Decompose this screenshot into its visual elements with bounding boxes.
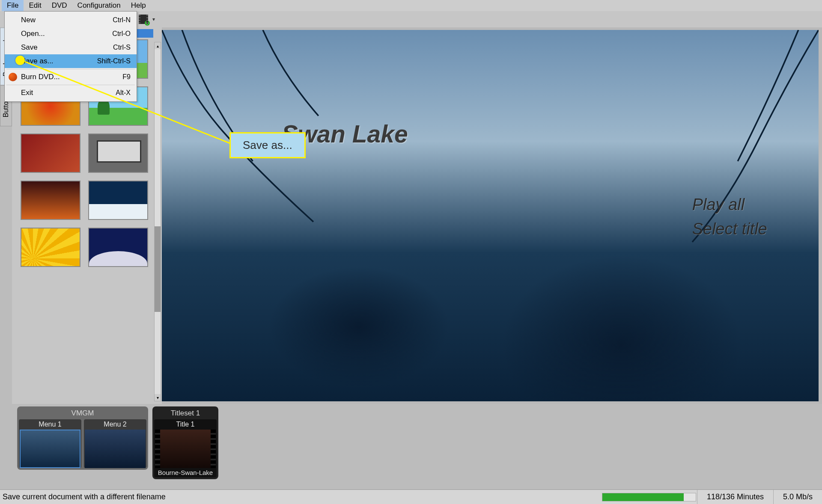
timeline-item-title: Menu 2 xyxy=(84,419,146,430)
timeline-item-title1[interactable]: Title 1 Bourne-Swan-Lake xyxy=(154,419,217,477)
status-bitrate: 5.0 Mb/s xyxy=(773,490,822,504)
menu-item-burn-dvd[interactable]: Burn DVD... F9 xyxy=(5,70,137,84)
toolbar-dropdown-arrow-icon[interactable]: ▾ xyxy=(152,16,155,22)
menu-item-shortcut: Ctrl-N xyxy=(113,16,131,24)
background-thumb[interactable] xyxy=(21,133,80,173)
scroll-up-icon[interactable]: ▴ xyxy=(155,42,161,49)
menu-item-shortcut: Alt-X xyxy=(116,89,131,97)
menu-edit[interactable]: Edit xyxy=(24,0,46,11)
menu-item-label: Save xyxy=(21,43,38,52)
disc-usage-progressbar xyxy=(602,493,696,501)
progress-fill xyxy=(602,493,684,501)
timeline-item-menu1[interactable]: Menu 1 xyxy=(19,419,81,468)
film-add-icon: + xyxy=(139,15,148,24)
menu-item-label: Exit xyxy=(21,89,33,97)
preview-menu-buttons: Play all Select title xyxy=(692,193,767,241)
menu-separator xyxy=(6,69,135,69)
background-thumb[interactable] xyxy=(21,181,80,220)
menu-dvd[interactable]: DVD xyxy=(47,0,72,11)
menu-item-label: New xyxy=(21,16,36,24)
burn-dvd-icon xyxy=(8,72,18,82)
add-video-button[interactable]: + xyxy=(137,13,150,26)
scrollbar-vertical[interactable]: ▴ ▾ xyxy=(154,42,161,401)
timeline-group-header: VMGM xyxy=(19,408,146,419)
menu-item-shortcut: Ctrl-S xyxy=(113,44,131,51)
menu-item-shortcut: Shift-Ctrl-S xyxy=(97,57,131,65)
menu-item-new[interactable]: New Ctrl-N xyxy=(5,13,137,27)
timeline-group-header: Titleset 1 xyxy=(154,408,217,419)
preview-menu-play-all[interactable]: Play all xyxy=(692,193,767,217)
preview-menu-select-title[interactable]: Select title xyxy=(692,217,767,241)
file-menu-dropdown: New Ctrl-N Open... Ctrl-O Save Ctrl-S Sa… xyxy=(4,11,137,102)
menu-item-exit[interactable]: Exit Alt-X xyxy=(5,86,137,100)
menu-item-label: Open... xyxy=(21,30,45,38)
timeline-item-menu2[interactable]: Menu 2 xyxy=(84,419,146,468)
menu-item-label: Save as... xyxy=(21,57,54,65)
timeline: VMGM Menu 1 Menu 2 Titleset 1 Title 1 Bo… xyxy=(0,404,822,489)
timeline-group-titleset1: Titleset 1 Title 1 Bourne-Swan-Lake xyxy=(152,406,218,479)
menu-item-open[interactable]: Open... Ctrl-O xyxy=(5,27,137,41)
background-thumb[interactable] xyxy=(88,181,148,220)
annotation-dot xyxy=(15,56,25,65)
menu-item-shortcut: F9 xyxy=(122,73,131,81)
timeline-item-caption: Bourne-Swan-Lake xyxy=(154,468,217,477)
menu-item-save[interactable]: Save Ctrl-S xyxy=(5,41,137,54)
status-minutes: 118/136 Minutes xyxy=(697,490,773,504)
timeline-item-title: Title 1 xyxy=(154,419,217,430)
timeline-item-title: Menu 1 xyxy=(19,419,81,430)
timeline-item-thumb xyxy=(155,430,216,468)
menubar: File Edit DVD Configuration Help New Ctr… xyxy=(0,0,822,11)
menu-file[interactable]: File xyxy=(2,0,24,11)
menu-configuration[interactable]: Configuration xyxy=(72,0,126,11)
preview-canvas[interactable]: Swan Lake Play all Select title xyxy=(162,30,819,401)
menu-separator xyxy=(6,85,135,85)
statusbar: Save current document with a different f… xyxy=(0,489,822,504)
scroll-thumb[interactable] xyxy=(155,226,161,312)
background-thumb[interactable] xyxy=(88,228,148,267)
timeline-group-vmgm: VMGM Menu 1 Menu 2 xyxy=(17,406,148,470)
scroll-down-icon[interactable]: ▾ xyxy=(155,394,161,401)
timeline-item-thumb xyxy=(85,430,146,468)
menu-help[interactable]: Help xyxy=(126,0,151,11)
menu-item-shortcut: Ctrl-O xyxy=(112,30,131,38)
timeline-item-thumb xyxy=(20,430,80,468)
background-thumb[interactable] xyxy=(88,133,148,173)
background-thumb[interactable] xyxy=(21,228,80,267)
menu-item-label: Burn DVD... xyxy=(21,73,60,81)
annotation-callout: Save as... xyxy=(229,132,306,158)
status-text: Save current document with a different f… xyxy=(0,492,166,501)
